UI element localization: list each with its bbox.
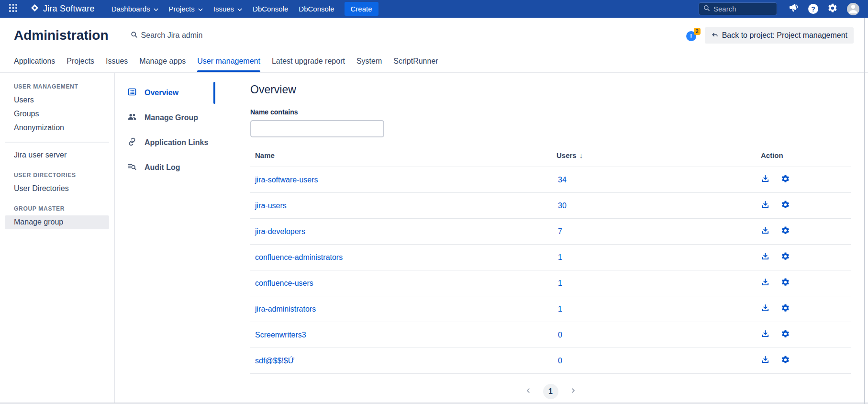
gear-icon <box>781 355 790 366</box>
download-icon <box>761 355 770 366</box>
gear-icon <box>781 200 790 211</box>
column-header-name[interactable]: Name <box>250 151 556 159</box>
group-name-link[interactable]: confluence-users <box>255 279 313 287</box>
sidebar-item-jira-user-server[interactable]: Jira user server <box>5 148 109 162</box>
tab-user-management[interactable]: User management <box>197 50 260 72</box>
group-users-link[interactable]: 7 <box>558 227 562 236</box>
admin-tab-bar: Applications Projects Issues Manage apps… <box>0 50 868 73</box>
group-settings-button[interactable] <box>781 174 790 185</box>
person-icon <box>847 3 859 15</box>
export-group-button[interactable] <box>761 252 770 263</box>
sidebar-heading-group-master: GROUP MASTER <box>14 205 109 212</box>
global-search-box[interactable] <box>699 2 777 15</box>
group-name-link[interactable]: jira-users <box>255 202 287 210</box>
export-group-button[interactable] <box>761 278 770 289</box>
nav-item-dashboards[interactable]: Dashboards <box>106 1 164 16</box>
nav-item-dbconsole-1[interactable]: DbConsole <box>247 1 293 16</box>
next-page-button[interactable] <box>570 387 577 396</box>
export-group-button[interactable] <box>761 174 770 185</box>
announcements-button[interactable] <box>789 3 799 15</box>
group-users-link[interactable]: 30 <box>558 202 567 210</box>
group-settings-button[interactable] <box>781 252 790 263</box>
gear-icon <box>781 303 790 314</box>
group-master-nav: Overview Manage Group Application Links … <box>115 73 215 403</box>
groups-table-header: Name Users ↓ Action <box>250 145 851 167</box>
link-icon <box>127 137 137 148</box>
table-row: jira-users 30 <box>250 192 851 218</box>
page-number-button[interactable]: 1 <box>543 384 558 399</box>
table-row: confluence-administrators 1 <box>250 244 851 270</box>
sidenav-item-manage-group[interactable]: Manage Group <box>127 106 215 129</box>
tab-projects[interactable]: Projects <box>67 50 94 72</box>
jira-software-logo[interactable]: Jira Software <box>30 3 95 15</box>
column-header-users[interactable]: Users ↓ <box>556 151 761 159</box>
export-group-button[interactable] <box>761 226 770 237</box>
group-settings-button[interactable] <box>781 278 790 289</box>
settings-button[interactable] <box>827 3 838 15</box>
group-settings-button[interactable] <box>781 200 790 211</box>
tab-scriptrunner[interactable]: ScriptRunner <box>393 50 438 72</box>
tab-applications[interactable]: Applications <box>14 50 55 72</box>
table-row: sdf@$$!$Ứ 0 <box>250 348 851 373</box>
group-users-link[interactable]: 0 <box>558 357 562 365</box>
sidenav-item-overview[interactable]: Overview <box>127 81 215 104</box>
back-to-project-button[interactable]: Back to project: Project management <box>705 27 854 44</box>
help-button[interactable]: ? <box>808 4 818 14</box>
tab-system[interactable]: System <box>356 50 382 72</box>
nav-item-issues[interactable]: Issues <box>208 1 247 16</box>
group-users-link[interactable]: 34 <box>558 176 567 184</box>
group-name-link[interactable]: sdf@$$!$Ứ <box>255 357 294 365</box>
user-avatar[interactable] <box>847 3 859 15</box>
sidebar-item-anonymization[interactable]: Anonymization <box>5 121 109 135</box>
section-title: Overview <box>250 83 851 96</box>
bottom-edge-divider <box>0 403 868 404</box>
download-icon <box>761 278 770 289</box>
group-users-link[interactable]: 1 <box>558 305 562 313</box>
app-switcher-button[interactable] <box>6 2 20 16</box>
megaphone-icon <box>789 3 799 15</box>
sidebar-item-user-directories[interactable]: User Directories <box>5 182 109 196</box>
group-users-link[interactable]: 1 <box>558 279 562 287</box>
tab-issues[interactable]: Issues <box>106 50 128 72</box>
group-settings-button[interactable] <box>781 303 790 314</box>
group-settings-button[interactable] <box>781 329 790 340</box>
previous-page-button[interactable] <box>525 387 532 396</box>
nav-item-projects[interactable]: Projects <box>164 1 208 16</box>
search-icon <box>703 5 710 13</box>
notifications-indicator[interactable]: ! 2 <box>686 30 698 41</box>
download-icon <box>761 252 770 263</box>
group-name-link[interactable]: Screenwriters3 <box>255 331 306 339</box>
chevron-left-icon <box>525 387 532 396</box>
sidenav-item-application-links[interactable]: Application Links <box>127 131 215 154</box>
group-settings-button[interactable] <box>781 226 790 237</box>
sidebar-item-users[interactable]: Users <box>5 93 109 107</box>
nav-item-dbconsole-2[interactable]: DbConsole <box>293 1 339 16</box>
group-settings-button[interactable] <box>781 355 790 366</box>
notification-badge: 2 <box>694 28 701 35</box>
table-row: Screenwriters3 0 <box>250 322 851 348</box>
sidenav-item-audit-log[interactable]: Audit Log <box>127 156 215 179</box>
group-name-link[interactable]: jira-administrators <box>255 305 316 313</box>
export-group-button[interactable] <box>761 355 770 366</box>
group-name-link[interactable]: jira-developers <box>255 227 305 236</box>
sidebar-item-groups[interactable]: Groups <box>5 107 109 121</box>
export-group-button[interactable] <box>761 303 770 314</box>
download-icon <box>761 303 770 314</box>
global-search-input[interactable] <box>713 5 766 13</box>
export-group-button[interactable] <box>761 200 770 211</box>
return-arrow-icon <box>711 31 718 40</box>
create-button[interactable]: Create <box>345 2 378 16</box>
admin-search-button[interactable]: Search Jira admin <box>131 31 203 40</box>
group-users-link[interactable]: 0 <box>558 331 562 339</box>
group-name-link[interactable]: jira-software-users <box>255 176 318 184</box>
group-name-link[interactable]: confluence-administrators <box>255 253 343 261</box>
sidebar-heading-user-directories: USER DIRECTORIES <box>14 172 109 179</box>
tab-manage-apps[interactable]: Manage apps <box>139 50 186 72</box>
group-users-link[interactable]: 1 <box>558 253 562 261</box>
download-icon <box>761 174 770 185</box>
page-body: USER MANAGEMENT Users Groups Anonymizati… <box>0 73 868 403</box>
sidebar-item-manage-group[interactable]: Manage group <box>5 215 109 229</box>
tab-latest-upgrade-report[interactable]: Latest upgrade report <box>272 50 345 72</box>
export-group-button[interactable] <box>761 329 770 340</box>
name-contains-input[interactable] <box>250 120 384 137</box>
